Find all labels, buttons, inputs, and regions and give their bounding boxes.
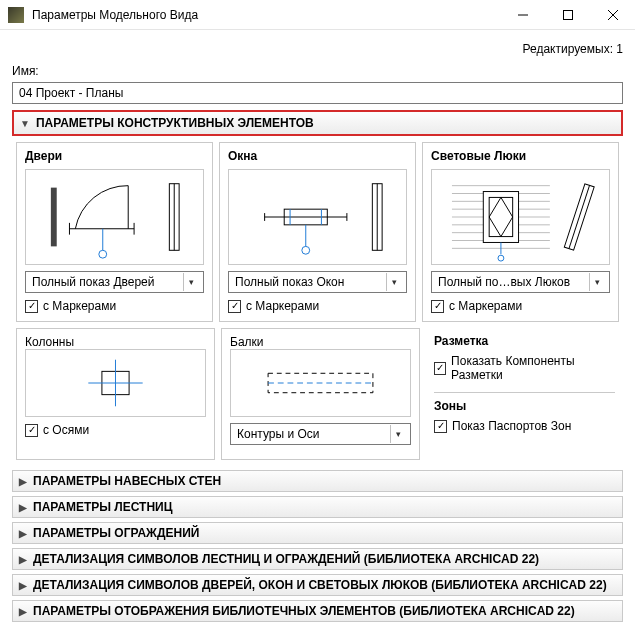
checkbox-checked-icon: ✓ [434, 420, 447, 433]
section-label: ПАРАМЕТРЫ НАВЕСНЫХ СТЕН [33, 474, 221, 488]
beams-preview-icon [231, 350, 410, 416]
columns-preview-icon [26, 350, 205, 416]
section-label: ДЕТАЛИЗАЦИЯ СИМВОЛОВ ДВЕРЕЙ, ОКОН И СВЕТ… [33, 578, 607, 592]
chevron-down-icon: ▾ [589, 273, 605, 291]
close-button[interactable] [590, 0, 635, 30]
doors-dropdown-label: Полный показ Дверей [32, 275, 183, 289]
doors-marker-label: с Маркерами [43, 299, 116, 313]
skylights-title: Световые Люки [431, 149, 610, 163]
beams-preview [230, 349, 411, 417]
maximize-icon [563, 10, 573, 20]
skylights-marker-label: с Маркерами [449, 299, 522, 313]
close-icon [608, 10, 618, 20]
markup-show-components-label: Показать Компоненты Разметки [451, 354, 615, 382]
minimize-button[interactable] [500, 0, 545, 30]
name-input[interactable] [12, 82, 623, 104]
beams-title: Балки [230, 335, 411, 349]
windows-dropdown[interactable]: Полный показ Окон ▾ [228, 271, 407, 293]
titlebar: Параметры Модельного Вида [0, 0, 635, 30]
skylights-dropdown[interactable]: Полный по…вых Люков ▾ [431, 271, 610, 293]
section-library-display[interactable]: ▶ПАРАМЕТРЫ ОТОБРАЖЕНИЯ БИБЛИОТЕЧНЫХ ЭЛЕМ… [12, 600, 623, 622]
zones-show-passports-label: Показ Паспортов Зон [452, 419, 571, 433]
svg-rect-1 [563, 10, 572, 19]
chevron-down-icon: ▾ [183, 273, 199, 291]
divider [434, 392, 615, 393]
chevron-right-icon: ▶ [19, 554, 27, 565]
zones-title: Зоны [434, 399, 615, 413]
panel-columns: Колонны ✓ с Осями [16, 328, 215, 460]
section-label: ПАРАМЕТРЫ ОТОБРАЖЕНИЯ БИБЛИОТЕЧНЫХ ЭЛЕМЕ… [33, 604, 575, 618]
editable-count: Редактируемых: 1 [12, 42, 623, 56]
chevron-right-icon: ▶ [19, 606, 27, 617]
chevron-down-icon: ▼ [20, 118, 30, 129]
row-top: Двери Полный показ Дверей ▾ [12, 136, 623, 328]
skylights-marker-checkbox[interactable]: ✓ с Маркерами [431, 299, 610, 313]
windows-marker-label: с Маркерами [246, 299, 319, 313]
zones-show-passports-checkbox[interactable]: ✓ Показ Паспортов Зон [434, 419, 615, 433]
panel-skylights: Световые Люки Полный по…вых Люков [422, 142, 619, 322]
section-curtain-walls[interactable]: ▶ПАРАМЕТРЫ НАВЕСНЫХ СТЕН [12, 470, 623, 492]
section-label: ПАРАМЕТРЫ ОГРАЖДЕНИЙ [33, 526, 199, 540]
chevron-right-icon: ▶ [19, 580, 27, 591]
panel-beams: Балки Контуры и Оси ▾ [221, 328, 420, 460]
windows-preview [228, 169, 407, 265]
maximize-button[interactable] [545, 0, 590, 30]
window-title: Параметры Модельного Вида [32, 8, 500, 22]
panel-windows: Окна Полный показ Окон ▾ [219, 142, 416, 322]
collapsed-sections: ▶ПАРАМЕТРЫ НАВЕСНЫХ СТЕН ▶ПАРАМЕТРЫ ЛЕСТ… [12, 470, 623, 622]
section-construction-elements: ▼ ПАРАМЕТРЫ КОНСТРУКТИВНЫХ ЭЛЕМЕНТОВ [12, 110, 623, 136]
section-stairs[interactable]: ▶ПАРАМЕТРЫ ЛЕСТНИЦ [12, 496, 623, 518]
name-label: Имя: [12, 64, 623, 78]
section-label: ПАРАМЕТРЫ ЛЕСТНИЦ [33, 500, 173, 514]
row-bottom: Колонны ✓ с Осями Балки [12, 328, 623, 466]
section-stair-railing-symbols[interactable]: ▶ДЕТАЛИЗАЦИЯ СИМВОЛОВ ЛЕСТНИЦ И ОГРАЖДЕН… [12, 548, 623, 570]
checkbox-checked-icon: ✓ [25, 424, 38, 437]
columns-title: Колонны [25, 335, 206, 349]
svg-point-20 [302, 246, 310, 254]
panel-doors: Двери Полный показ Дверей ▾ [16, 142, 213, 322]
skylights-dropdown-label: Полный по…вых Люков [438, 275, 589, 289]
dialog-body: Редактируемых: 1 Имя: ▼ ПАРАМЕТРЫ КОНСТР… [0, 30, 635, 624]
chevron-right-icon: ▶ [19, 476, 27, 487]
doors-dropdown[interactable]: Полный показ Дверей ▾ [25, 271, 204, 293]
section-railings[interactable]: ▶ПАРАМЕТРЫ ОГРАЖДЕНИЙ [12, 522, 623, 544]
panel-markup-zones: Разметка ✓ Показать Компоненты Разметки … [426, 328, 619, 460]
checkbox-checked-icon: ✓ [431, 300, 444, 313]
section-label: ДЕТАЛИЗАЦИЯ СИМВОЛОВ ЛЕСТНИЦ И ОГРАЖДЕНИ… [33, 552, 539, 566]
skylights-preview [431, 169, 610, 265]
svg-point-35 [498, 255, 504, 261]
svg-rect-32 [483, 192, 518, 243]
checkbox-checked-icon: ✓ [228, 300, 241, 313]
svg-point-10 [99, 250, 107, 258]
skylights-preview-icon [432, 170, 609, 264]
app-icon [8, 7, 24, 23]
checkbox-checked-icon: ✓ [434, 362, 446, 375]
section-door-window-skylight-symbols[interactable]: ▶ДЕТАЛИЗАЦИЯ СИМВОЛОВ ДВЕРЕЙ, ОКОН И СВЕ… [12, 574, 623, 596]
chevron-down-icon: ▾ [386, 273, 402, 291]
doors-marker-checkbox[interactable]: ✓ с Маркерами [25, 299, 204, 313]
markup-title: Разметка [434, 334, 615, 348]
windows-marker-checkbox[interactable]: ✓ с Маркерами [228, 299, 407, 313]
beams-dropdown-label: Контуры и Оси [237, 427, 390, 441]
chevron-right-icon: ▶ [19, 528, 27, 539]
windows-preview-icon [229, 170, 406, 264]
columns-axes-checkbox[interactable]: ✓ с Осями [25, 423, 206, 437]
doors-title: Двери [25, 149, 204, 163]
section-title: ПАРАМЕТРЫ КОНСТРУКТИВНЫХ ЭЛЕМЕНТОВ [36, 116, 314, 130]
columns-axes-label: с Осями [43, 423, 89, 437]
columns-preview [25, 349, 206, 417]
markup-show-components-checkbox[interactable]: ✓ Показать Компоненты Разметки [434, 354, 615, 382]
doors-preview [25, 169, 204, 265]
section-header-construction[interactable]: ▼ ПАРАМЕТРЫ КОНСТРУКТИВНЫХ ЭЛЕМЕНТОВ [14, 112, 621, 134]
checkbox-checked-icon: ✓ [25, 300, 38, 313]
svg-line-37 [569, 185, 590, 248]
doors-preview-icon [26, 170, 203, 264]
minimize-icon [518, 10, 528, 20]
chevron-right-icon: ▶ [19, 502, 27, 513]
chevron-down-icon: ▾ [390, 425, 406, 443]
windows-title: Окна [228, 149, 407, 163]
beams-dropdown[interactable]: Контуры и Оси ▾ [230, 423, 411, 445]
windows-dropdown-label: Полный показ Окон [235, 275, 386, 289]
